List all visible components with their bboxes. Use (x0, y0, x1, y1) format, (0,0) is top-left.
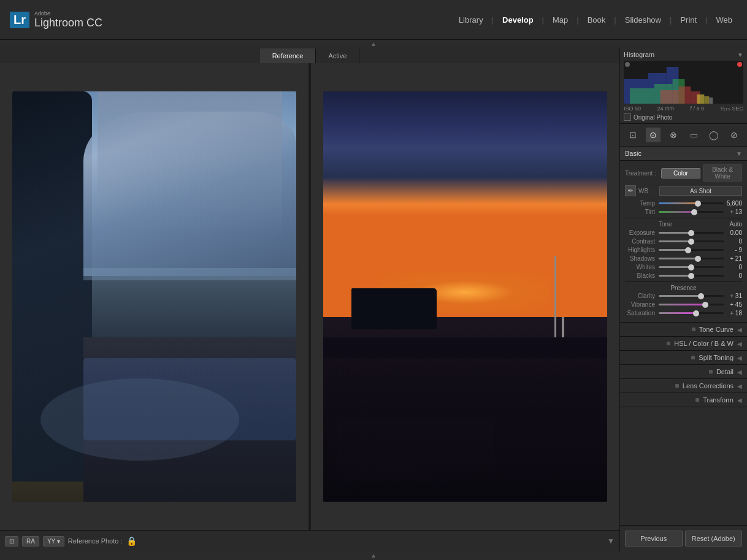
blacks-thumb[interactable] (688, 273, 694, 279)
hsl-row[interactable]: HSL / Color / B & W ◀ (620, 337, 747, 351)
tint-slider[interactable] (659, 211, 724, 213)
exposure-thumb[interactable] (688, 230, 694, 236)
original-photo-checkbox[interactable] (624, 113, 631, 121)
temp-slider[interactable] (659, 202, 724, 204)
color-btn[interactable]: Color (661, 168, 700, 178)
radial-filter-icon[interactable]: ◯ (707, 128, 721, 142)
whites-thumb[interactable] (688, 264, 694, 270)
lock-icon[interactable]: 🔒 (126, 536, 137, 546)
reset-button[interactable]: Reset (Adobe) (685, 531, 743, 547)
temp-label: Temp (625, 200, 659, 207)
original-photo-label: Original Photo (634, 114, 672, 121)
graduated-filter-icon[interactable]: ▭ (686, 128, 701, 142)
nav-library[interactable]: Library (454, 13, 488, 27)
saturation-thumb[interactable] (693, 310, 699, 316)
contrast-thumb[interactable] (688, 239, 694, 245)
split-toning-row[interactable]: Split Toning ◀ (620, 351, 747, 365)
detail-label: Detail (716, 368, 734, 375)
adjustment-brush-icon[interactable]: ⊘ (727, 128, 741, 142)
bw-btn[interactable]: Black & White (703, 164, 742, 182)
histogram-arrow[interactable]: ▼ (737, 52, 743, 58)
previous-button[interactable]: Previous (625, 531, 683, 547)
tone-auto[interactable]: Auto (729, 221, 742, 228)
saturation-slider[interactable] (659, 312, 724, 314)
contrast-value: 0 (724, 238, 742, 245)
spot-removal-icon[interactable]: ⊙ (646, 128, 661, 142)
svg-rect-11 (709, 98, 713, 104)
lens-corrections-indicator (675, 384, 679, 388)
svg-rect-7 (679, 86, 691, 104)
blacks-slider[interactable] (659, 275, 724, 277)
detail-row[interactable]: Detail ◀ (620, 365, 747, 379)
vibrance-value: + 45 (724, 301, 742, 308)
clarity-thumb[interactable] (698, 293, 704, 299)
reference-photo (12, 91, 296, 502)
split-toning-label: Split Toning (699, 354, 734, 361)
shadows-slider-row: Shadows + 21 (625, 255, 742, 262)
app-title: Lightroom CC (34, 17, 102, 29)
nav-book[interactable]: Book (583, 13, 611, 27)
reference-photo-label: Reference Photo : (68, 537, 123, 545)
temp-thumb[interactable] (695, 201, 701, 207)
nav-map[interactable]: Map (548, 13, 573, 27)
frame-btn[interactable]: ⊡ (5, 536, 18, 547)
highlights-thumb[interactable] (685, 247, 691, 253)
lens-corrections-label: Lens Corrections (683, 382, 734, 389)
date-btn[interactable]: YY ▾ (43, 536, 64, 547)
adobe-label: Adobe (34, 10, 102, 17)
tone-curve-arrow: ◀ (737, 326, 742, 333)
nav-slideshow[interactable]: Slideshow (620, 13, 666, 27)
logo-area: Lr Adobe Lightroom CC (10, 10, 102, 29)
split-toning-arrow: ◀ (737, 355, 742, 361)
lr-badge: Lr (10, 12, 29, 28)
nav-web[interactable]: Web (711, 13, 738, 27)
tint-thumb[interactable] (691, 209, 697, 215)
svg-rect-10 (704, 96, 709, 104)
highlights-label: Highlights (625, 247, 659, 253)
whites-label: Whites (625, 264, 659, 270)
view-area: Reference Active ◀ (0, 48, 619, 551)
highlights-value: - 9 (724, 247, 742, 253)
transform-label: Transform (703, 396, 734, 404)
divider1 (625, 218, 742, 218)
clipping-left-indicator[interactable] (625, 62, 630, 67)
wb-eyedropper[interactable]: ✒ (625, 185, 636, 196)
highlights-slider[interactable] (659, 249, 724, 251)
histogram-section: Histogram ▼ (620, 48, 747, 124)
histogram-header: Histogram ▼ (624, 51, 743, 58)
basic-section-header[interactable]: Basic ▼ (620, 147, 747, 161)
tone-curve-row[interactable]: Tone Curve ◀ (620, 323, 747, 337)
redeye-icon[interactable]: ⊗ (666, 128, 681, 142)
bottom-strip-arrow[interactable]: ▲ (0, 551, 747, 560)
bottom-bar: ⊡ RA YY ▾ Reference Photo : 🔒 ▼ (0, 530, 619, 551)
contrast-slider[interactable] (659, 240, 724, 242)
shadows-slider[interactable] (659, 258, 724, 259)
bottom-collapse-arrow[interactable]: ▼ (607, 537, 615, 545)
saturation-value: + 18 (724, 310, 742, 316)
nav-print[interactable]: Print (675, 13, 702, 27)
original-photo-row: Original Photo (624, 113, 743, 121)
tab-active[interactable]: Active (316, 48, 359, 63)
histogram-chart (624, 61, 743, 104)
basic-panel: Treatment : Color Black & White ✒ WB : A… (620, 161, 747, 323)
wb-value[interactable]: As Shot (659, 186, 742, 196)
nav-develop[interactable]: Develop (497, 13, 538, 27)
vibrance-thumb[interactable] (702, 302, 708, 308)
shadows-thumb[interactable] (695, 256, 701, 262)
focal-value: 24 mm (657, 105, 674, 112)
lens-corrections-row[interactable]: Lens Corrections ◀ (620, 379, 747, 393)
main-content: Reference Active ◀ (0, 48, 747, 551)
transform-row[interactable]: Transform ◀ (620, 393, 747, 407)
clipping-right-indicator[interactable] (737, 62, 742, 67)
top-collapse-arrow[interactable]: ▲ (0, 40, 747, 48)
crop-tool-icon[interactable]: ⊡ (626, 128, 640, 142)
shadows-value: + 21 (724, 255, 742, 262)
exposure-slider[interactable] (659, 232, 724, 234)
vibrance-slider[interactable] (659, 304, 724, 305)
clarity-value: + 31 (724, 293, 742, 299)
whites-slider[interactable] (659, 266, 724, 268)
aa-btn[interactable]: RA (22, 536, 39, 547)
tab-reference[interactable]: Reference (260, 48, 316, 63)
clarity-slider[interactable] (659, 295, 724, 297)
action-buttons: Previous Reset (Adobe) (620, 525, 747, 551)
